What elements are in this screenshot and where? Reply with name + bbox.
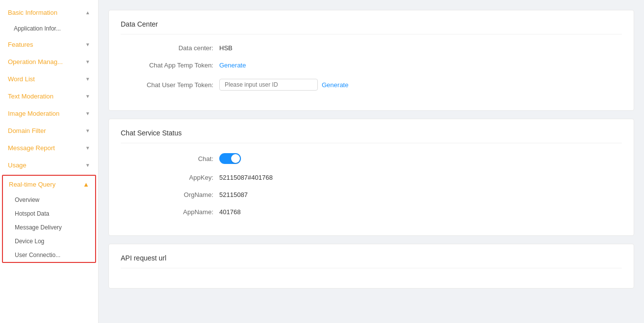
- section-text-moderation: Text Moderation ▼: [0, 88, 98, 105]
- chat-toggle[interactable]: [219, 153, 241, 164]
- sidebar-item-label: Image Moderation: [8, 110, 60, 117]
- api-request-url-title: API request url: [121, 254, 622, 268]
- data-center-title: Data Center: [121, 20, 622, 34]
- sidebar-item-domain-filter[interactable]: Domain Filter ▼: [0, 122, 98, 139]
- sidebar-item-label: Basic Information: [8, 9, 57, 16]
- data-center-value: HSB: [219, 44, 233, 52]
- chat-toggle-row: Chat:: [121, 153, 622, 164]
- chat-user-temp-token-generate-button[interactable]: Generate: [322, 81, 348, 89]
- appname-label: AppName:: [121, 208, 219, 216]
- section-basic-information: Basic Information ▲ Application Infor...: [0, 4, 98, 36]
- chevron-up-icon: ▲: [83, 181, 89, 188]
- appname-row: AppName: 401768: [121, 208, 622, 216]
- chevron-down-icon: ▼: [85, 145, 90, 151]
- chat-user-temp-token-row: Chat User Temp Token: Generate: [121, 79, 622, 91]
- chat-user-temp-token-label: Chat User Temp Token:: [121, 81, 219, 89]
- sidebar-item-label: Message Report: [8, 144, 55, 152]
- sidebar-item-label: Usage: [8, 162, 27, 169]
- sidebar-item-image-moderation[interactable]: Image Moderation ▼: [0, 105, 98, 122]
- sidebar-subitem-message-delivery[interactable]: Message Delivery: [3, 221, 95, 234]
- sidebar-item-usage[interactable]: Usage ▼: [0, 157, 98, 174]
- sidebar-item-realtime-query[interactable]: Real-time Query ▲: [3, 176, 95, 193]
- orgname-value: 52115087: [219, 191, 248, 198]
- sidebar-item-operation-manag[interactable]: Operation Manag... ▼: [0, 53, 98, 70]
- section-domain-filter: Domain Filter ▼: [0, 122, 98, 139]
- sidebar-item-features[interactable]: Features ▼: [0, 36, 98, 53]
- chevron-down-icon: ▼: [85, 42, 90, 47]
- chevron-down-icon: ▼: [85, 128, 90, 133]
- section-realtime-query: Real-time Query ▲ Overview Hotspot Data …: [2, 175, 96, 263]
- chevron-down-icon: ▼: [85, 59, 90, 65]
- data-center-row: Data center: HSB: [121, 44, 622, 52]
- data-center-label: Data center:: [121, 44, 219, 52]
- sidebar-subitem-application-infor[interactable]: Application Infor...: [0, 21, 98, 36]
- chat-app-temp-token-row: Chat App Temp Token: Generate: [121, 62, 622, 69]
- chevron-down-icon: ▼: [85, 94, 90, 99]
- chat-label: Chat:: [121, 155, 219, 162]
- orgname-row: OrgName: 52115087: [121, 191, 622, 198]
- chevron-down-icon: ▼: [85, 162, 90, 168]
- sidebar-subitem-hotspot-data[interactable]: Hotspot Data: [3, 207, 95, 221]
- chevron-up-icon: ▲: [85, 10, 90, 15]
- appkey-label: AppKey:: [121, 174, 219, 181]
- section-image-moderation: Image Moderation ▼: [0, 105, 98, 122]
- chat-service-status-card: Chat Service Status Chat: AppKey: 521150…: [108, 119, 634, 236]
- section-operation-manag: Operation Manag... ▼: [0, 53, 98, 70]
- chat-app-temp-token-label: Chat App Temp Token:: [121, 62, 219, 69]
- chat-app-temp-token-generate-button[interactable]: Generate: [219, 62, 246, 69]
- sidebar-item-text-moderation[interactable]: Text Moderation ▼: [0, 88, 98, 105]
- sidebar-item-label: Word List: [8, 75, 35, 83]
- chevron-down-icon: ▼: [85, 111, 90, 116]
- main-content: Data Center Data center: HSB Chat App Te…: [99, 0, 644, 323]
- appname-value: 401768: [219, 208, 240, 216]
- appkey-value: 52115087#401768: [219, 174, 272, 181]
- chevron-down-icon: ▼: [85, 76, 90, 82]
- section-message-report: Message Report ▼: [0, 139, 98, 157]
- chat-user-id-input[interactable]: [219, 79, 318, 91]
- appkey-row: AppKey: 52115087#401768: [121, 174, 622, 181]
- orgname-label: OrgName:: [121, 191, 219, 198]
- sidebar-item-label: Features: [8, 41, 33, 48]
- sidebar: Basic Information ▲ Application Infor...…: [0, 0, 99, 323]
- sidebar-item-label: Real-time Query: [9, 181, 56, 188]
- sidebar-item-basic-information[interactable]: Basic Information ▲: [0, 4, 98, 21]
- section-usage: Usage ▼: [0, 157, 98, 174]
- sidebar-item-label: Domain Filter: [8, 127, 46, 134]
- sidebar-subitem-overview[interactable]: Overview: [3, 193, 95, 207]
- api-request-url-card: API request url: [108, 244, 634, 289]
- sidebar-subitem-user-connectio[interactable]: User Connectio...: [3, 248, 95, 262]
- sidebar-subitem-device-log[interactable]: Device Log: [3, 234, 95, 248]
- chat-service-status-title: Chat Service Status: [121, 129, 622, 143]
- section-word-list: Word List ▼: [0, 70, 98, 88]
- data-center-card: Data Center Data center: HSB Chat App Te…: [108, 10, 634, 111]
- sidebar-item-label: Text Moderation: [8, 93, 54, 100]
- section-features: Features ▼: [0, 36, 98, 53]
- chat-user-temp-token-wrap: Generate: [219, 79, 348, 91]
- sidebar-item-word-list[interactable]: Word List ▼: [0, 70, 98, 88]
- sidebar-item-message-report[interactable]: Message Report ▼: [0, 139, 98, 157]
- sidebar-item-label: Operation Manag...: [8, 58, 63, 65]
